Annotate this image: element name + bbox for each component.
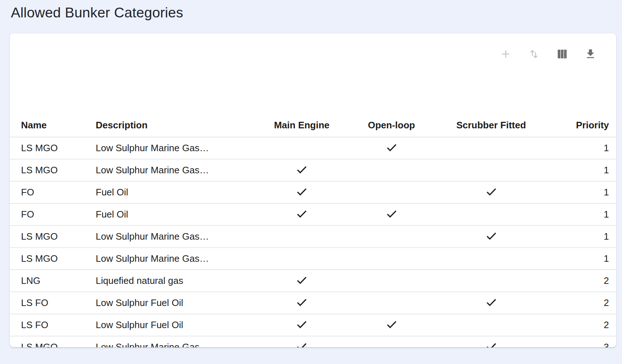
- cell-priority: 1: [549, 203, 616, 226]
- check-icon: [485, 340, 498, 347]
- download-button[interactable]: [584, 48, 597, 60]
- table-row[interactable]: LS MGO Low Sulphur Marine Gas… 1: [10, 248, 616, 270]
- manage-columns-button[interactable]: [556, 48, 568, 60]
- check-icon: [485, 185, 498, 198]
- cell-name: FO: [10, 203, 96, 226]
- table-row[interactable]: FO Fuel Oil 1: [10, 203, 616, 226]
- cell-scrubber-fitted: [433, 270, 549, 292]
- table-row[interactable]: LS FO Low Sulphur Fuel Oil 2: [10, 292, 616, 314]
- table-row[interactable]: LNG Liquefied natural gas 2: [10, 270, 616, 292]
- cell-open-loop: [350, 248, 433, 270]
- cell-description: Fuel Oil: [96, 181, 254, 203]
- cell-scrubber-fitted: [433, 137, 549, 159]
- cell-scrubber-fitted: [433, 159, 549, 181]
- cell-name: LS FO: [10, 314, 96, 336]
- cell-main-engine: [254, 226, 350, 248]
- page-title: Allowed Bunker Categories: [11, 5, 183, 21]
- sort-button[interactable]: [528, 48, 540, 60]
- cell-priority: 1: [549, 226, 616, 248]
- cell-scrubber-fitted: [433, 203, 549, 226]
- cell-scrubber-fitted: [433, 292, 549, 314]
- cell-description: Low Sulphur Marine Gas…: [96, 159, 254, 181]
- cell-open-loop: [350, 314, 433, 336]
- cell-priority: 3: [549, 336, 616, 347]
- check-icon: [385, 207, 398, 220]
- check-icon: [295, 295, 308, 309]
- cell-main-engine: [254, 270, 350, 292]
- cell-priority: 1: [549, 181, 616, 203]
- bunker-categories-card: Name Description Main Engine Open-loop S…: [10, 33, 616, 347]
- cell-name: FO: [10, 181, 96, 203]
- cell-open-loop: [350, 137, 433, 159]
- cell-scrubber-fitted: [433, 314, 549, 336]
- check-icon: [485, 229, 498, 243]
- column-header-description[interactable]: Description: [96, 114, 254, 137]
- cell-main-engine: [254, 248, 350, 270]
- cell-description: Low Sulphur Fuel Oil: [96, 314, 254, 336]
- cell-name: LNG: [10, 270, 96, 292]
- cell-main-engine: [254, 181, 350, 203]
- check-icon: [295, 318, 308, 331]
- cell-scrubber-fitted: [433, 336, 549, 347]
- cell-name: LS MGO: [10, 137, 96, 159]
- bunker-table-body: LS MGO Low Sulphur Marine Gas… 1 LS MGO …: [10, 137, 616, 347]
- table-header-row: Name Description Main Engine Open-loop S…: [10, 114, 616, 137]
- cell-description: Liquefied natural gas: [96, 270, 254, 292]
- column-header-priority[interactable]: Priority: [549, 114, 616, 137]
- cell-name: LS MGO: [10, 226, 96, 248]
- cell-open-loop: [350, 181, 433, 203]
- cell-main-engine: [254, 159, 350, 181]
- cell-name: LS MGO: [10, 248, 96, 270]
- cell-open-loop: [350, 159, 433, 181]
- check-icon: [295, 207, 308, 220]
- cell-scrubber-fitted: [433, 248, 549, 270]
- sort-arrows-icon: [528, 48, 540, 60]
- cell-priority: 1: [549, 137, 616, 159]
- cell-main-engine: [254, 314, 350, 336]
- column-header-open-loop[interactable]: Open-loop: [350, 114, 433, 137]
- cell-main-engine: [254, 336, 350, 347]
- check-icon: [295, 163, 308, 176]
- column-header-main-engine[interactable]: Main Engine: [254, 114, 350, 137]
- cell-priority: 2: [549, 270, 616, 292]
- plus-icon: [500, 49, 511, 59]
- cell-description: Low Sulphur Marine Gas…: [96, 248, 254, 270]
- table-row[interactable]: LS FO Low Sulphur Fuel Oil 2: [10, 314, 616, 336]
- cell-open-loop: [350, 270, 433, 292]
- cell-main-engine: [254, 203, 350, 226]
- check-icon: [295, 340, 308, 347]
- table-row[interactable]: FO Fuel Oil 1: [10, 181, 616, 203]
- check-icon: [385, 141, 398, 154]
- cell-description: Fuel Oil: [96, 203, 254, 226]
- cell-open-loop: [350, 226, 433, 248]
- table-row[interactable]: LS MGO Low Sulphur Marine Gas… 1: [10, 159, 616, 181]
- cell-description: Low Sulphur Marine Gas…: [96, 226, 254, 248]
- cell-open-loop: [350, 292, 433, 314]
- cell-priority: 1: [549, 159, 616, 181]
- cell-name: LS FO: [10, 292, 96, 314]
- cell-priority: 1: [549, 248, 616, 270]
- table-row[interactable]: LS MGO Low Sulphur Marine Gas… 1: [10, 137, 616, 159]
- column-header-name[interactable]: Name: [10, 114, 96, 137]
- download-icon: [584, 48, 597, 60]
- cell-main-engine: [254, 137, 350, 159]
- table-toolbar: [499, 48, 597, 60]
- cell-name: LS MGO: [10, 159, 96, 181]
- cell-open-loop: [350, 203, 433, 226]
- cell-priority: 2: [549, 292, 616, 314]
- cell-description: Low Sulphur Marine Gas…: [96, 137, 254, 159]
- check-icon: [295, 273, 308, 287]
- cell-name: LS MGO: [10, 336, 96, 347]
- cell-scrubber-fitted: [433, 226, 549, 248]
- cell-description: Low Sulphur Fuel Oil: [96, 292, 254, 314]
- column-header-scrubber-fitted[interactable]: Scrubber Fitted: [433, 114, 549, 137]
- cell-scrubber-fitted: [433, 181, 549, 203]
- cell-main-engine: [254, 292, 350, 314]
- table-row[interactable]: LS MGO Low Sulphur Marine Gas… 1: [10, 226, 616, 248]
- cell-open-loop: [350, 336, 433, 347]
- check-icon: [385, 318, 398, 331]
- add-button[interactable]: [499, 48, 512, 60]
- check-icon: [485, 295, 498, 309]
- table-row[interactable]: LS MGO Low Sulphur Marine Gas… 3: [10, 336, 616, 347]
- cell-description: Low Sulphur Marine Gas…: [96, 336, 254, 347]
